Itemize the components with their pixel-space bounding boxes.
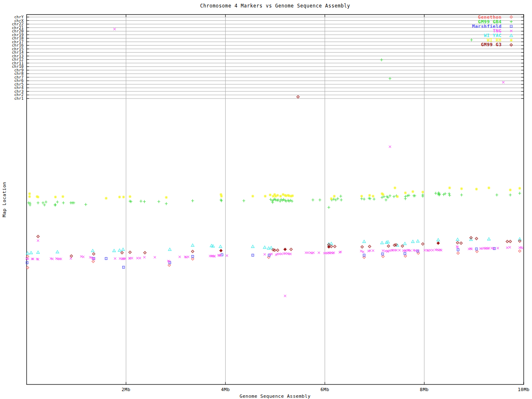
x-tick-label: 6Mb xyxy=(320,387,329,392)
data-point xyxy=(219,245,222,248)
data-point xyxy=(143,256,145,258)
data-point xyxy=(191,244,194,246)
data-point xyxy=(382,253,384,255)
data-point xyxy=(191,200,194,202)
data-point xyxy=(27,202,30,204)
data-point xyxy=(362,240,365,243)
data-point xyxy=(518,187,521,190)
data-point xyxy=(179,256,181,258)
data-point xyxy=(279,195,282,197)
data-point xyxy=(168,264,171,267)
data-point xyxy=(131,257,133,259)
data-point xyxy=(368,245,371,248)
data-point xyxy=(475,187,478,190)
data-point xyxy=(165,196,167,199)
data-point xyxy=(114,257,116,259)
data-point xyxy=(387,245,390,248)
data-point xyxy=(456,246,458,248)
x-tick-label: 4Mb xyxy=(221,387,230,392)
data-point xyxy=(394,186,397,189)
data-point xyxy=(407,194,410,197)
data-point xyxy=(318,199,321,202)
data-point xyxy=(411,190,414,193)
data-point xyxy=(91,249,94,252)
data-point xyxy=(360,195,363,197)
data-point xyxy=(491,247,493,249)
data-point xyxy=(404,191,407,194)
data-point xyxy=(121,251,123,254)
data-point xyxy=(360,250,362,252)
data-point xyxy=(191,258,194,261)
data-point xyxy=(456,241,459,244)
data-point xyxy=(305,251,307,254)
data-point xyxy=(139,257,141,259)
data-point xyxy=(136,257,138,259)
legend-label-gm99-g3: GM99 G3 xyxy=(481,42,502,47)
data-point xyxy=(339,195,342,198)
data-point xyxy=(92,253,95,256)
data-point xyxy=(380,59,383,62)
data-point xyxy=(460,187,463,190)
data-point xyxy=(456,238,459,241)
data-point xyxy=(448,186,451,189)
data-point xyxy=(336,197,339,200)
data-point xyxy=(28,192,31,195)
data-point xyxy=(392,195,395,198)
data-point xyxy=(140,200,143,203)
data-point xyxy=(448,194,451,197)
data-point xyxy=(30,251,32,254)
data-point xyxy=(37,202,39,204)
data-point xyxy=(269,198,272,201)
chromosome-markers-chart: chrYchrXchr22chr21chr20chr19chr18chr17ch… xyxy=(0,0,532,399)
data-point xyxy=(278,253,281,255)
series-genethon xyxy=(26,250,521,269)
plot-generated-content: chrYchrXchr22chr21chr20chr19chr18chr17ch… xyxy=(12,15,530,393)
data-point xyxy=(29,204,32,207)
data-point xyxy=(118,195,121,198)
data-point xyxy=(307,251,309,254)
data-point xyxy=(165,202,168,205)
x-tick-label: 2Mb xyxy=(122,387,131,392)
data-point xyxy=(448,192,451,195)
data-point xyxy=(373,198,376,201)
legend-marker-tng xyxy=(510,30,512,32)
data-point xyxy=(113,28,116,30)
data-point xyxy=(143,200,146,203)
data-point xyxy=(431,249,433,251)
series-gm99-g3 xyxy=(37,96,521,258)
data-point xyxy=(54,204,57,207)
data-point xyxy=(56,251,59,253)
data-point xyxy=(276,249,279,252)
x-axis-label: Genome Sequence Assembly xyxy=(240,394,311,399)
data-point xyxy=(333,195,336,197)
data-point xyxy=(521,247,523,249)
data-point xyxy=(158,200,160,203)
data-point xyxy=(382,255,384,258)
data-point xyxy=(44,201,47,204)
legend-marker-wi-yac xyxy=(510,34,512,37)
data-point xyxy=(289,253,291,255)
data-point xyxy=(43,204,46,207)
data-point xyxy=(429,249,431,251)
data-point xyxy=(404,252,406,254)
data-point xyxy=(506,246,508,249)
data-point xyxy=(481,247,483,249)
data-point xyxy=(372,195,374,197)
data-point xyxy=(192,255,194,257)
data-point xyxy=(252,254,254,256)
data-point xyxy=(389,249,391,251)
data-point xyxy=(264,253,266,255)
data-point xyxy=(82,256,84,258)
data-point xyxy=(518,192,521,195)
data-point xyxy=(475,248,478,250)
data-point xyxy=(360,197,363,200)
data-point xyxy=(290,248,293,251)
data-point xyxy=(284,252,286,254)
data-point xyxy=(330,245,333,248)
data-point xyxy=(62,195,64,198)
data-point xyxy=(488,186,490,189)
data-point xyxy=(281,253,283,255)
data-point xyxy=(460,194,463,197)
data-point xyxy=(404,197,407,200)
data-point xyxy=(368,194,371,197)
